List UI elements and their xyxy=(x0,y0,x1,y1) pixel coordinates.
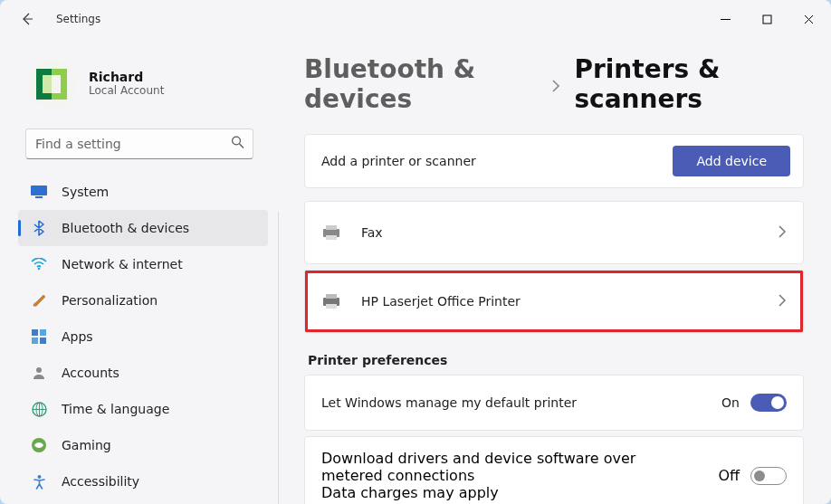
settings-window: Settings xyxy=(0,0,831,504)
svg-point-7 xyxy=(233,137,241,145)
printer-row-hp-laserjet[interactable]: HP Laserjet Office Printer xyxy=(304,270,804,333)
globe-clock-icon xyxy=(31,401,47,417)
chevron-right-icon xyxy=(778,293,787,310)
svg-rect-14 xyxy=(40,338,46,344)
svg-rect-0 xyxy=(763,15,771,24)
svg-rect-11 xyxy=(32,329,38,336)
chevron-right-icon xyxy=(550,77,561,96)
title-bar: Settings xyxy=(0,0,831,38)
svg-rect-24 xyxy=(326,294,337,299)
back-button[interactable] xyxy=(9,1,45,37)
search-input[interactable] xyxy=(25,128,253,159)
svg-rect-13 xyxy=(32,338,38,344)
toggle-metered-download[interactable] xyxy=(750,467,787,485)
minimize-button[interactable] xyxy=(704,5,746,33)
chevron-right-icon xyxy=(778,224,787,242)
svg-point-10 xyxy=(38,268,41,271)
svg-rect-22 xyxy=(326,235,337,240)
add-device-card: Add a printer or scanner Add device xyxy=(304,134,804,188)
person-icon xyxy=(31,365,47,381)
add-device-label: Add a printer or scanner xyxy=(321,154,476,168)
user-block[interactable]: Richard Local Account xyxy=(7,45,272,125)
search-icon xyxy=(231,136,244,153)
add-device-button[interactable]: Add device xyxy=(673,146,790,176)
page-title: Printers & scanners xyxy=(574,54,804,114)
printer-row-fax[interactable]: Fax xyxy=(304,201,804,264)
toggle-default-printer[interactable] xyxy=(750,394,787,412)
user-subtitle: Local Account xyxy=(89,84,164,99)
svg-rect-9 xyxy=(35,196,43,198)
sidebar-item-label: Network & internet xyxy=(62,257,183,271)
sidebar-item-accessibility[interactable]: Accessibility xyxy=(18,463,268,499)
avatar xyxy=(27,60,76,109)
sidebar-item-label: Bluetooth & devices xyxy=(62,221,189,235)
gaming-icon xyxy=(31,437,47,453)
breadcrumb: Bluetooth & devices Printers & scanners xyxy=(304,54,804,114)
main-panel: Bluetooth & devices Printers & scanners … xyxy=(279,38,831,504)
svg-point-15 xyxy=(36,367,42,373)
sidebar-item-gaming[interactable]: Gaming xyxy=(18,427,268,463)
svg-rect-8 xyxy=(31,185,47,195)
toggle-state-label: Off xyxy=(718,467,740,484)
pref-metered-download: Download drivers and device software ove… xyxy=(304,436,804,504)
sidebar-item-network[interactable]: Network & internet xyxy=(18,246,268,282)
close-button[interactable] xyxy=(788,5,829,33)
brush-icon xyxy=(31,292,47,309)
nav-list: System Bluetooth & devices Network & int… xyxy=(7,174,272,499)
pref-label: Let Windows manage my default printer xyxy=(321,395,577,410)
user-name: Richard xyxy=(89,70,164,84)
search-box[interactable] xyxy=(25,128,253,159)
svg-rect-6 xyxy=(43,75,52,93)
monitor-icon xyxy=(31,184,47,200)
sidebar-item-label: Accounts xyxy=(62,366,119,380)
sidebar-item-accounts[interactable]: Accounts xyxy=(18,355,268,391)
sidebar-item-apps[interactable]: Apps xyxy=(18,319,268,355)
sidebar-item-personalization[interactable]: Personalization xyxy=(18,282,268,319)
sidebar-item-label: Gaming xyxy=(62,438,111,452)
svg-point-19 xyxy=(37,475,41,479)
sidebar-item-label: Accessibility xyxy=(62,474,139,489)
sidebar-item-label: Apps xyxy=(62,329,93,344)
toggle-state-label: On xyxy=(721,395,740,410)
sidebar-item-system[interactable]: System xyxy=(18,174,268,210)
breadcrumb-parent[interactable]: Bluetooth & devices xyxy=(304,54,538,114)
accessibility-icon xyxy=(31,473,47,490)
svg-rect-25 xyxy=(326,304,337,309)
svg-rect-21 xyxy=(326,225,337,230)
sidebar-item-label: System xyxy=(62,185,109,199)
sidebar-item-bluetooth[interactable]: Bluetooth & devices xyxy=(18,210,268,246)
sidebar-item-label: Personalization xyxy=(62,293,158,308)
printer-name: HP Laserjet Office Printer xyxy=(361,294,521,309)
printer-icon xyxy=(321,293,341,309)
pref-sublabel: Data charges may apply xyxy=(321,484,647,501)
pref-default-printer: Let Windows manage my default printer On xyxy=(304,375,804,431)
wifi-icon xyxy=(31,256,47,272)
fax-icon xyxy=(321,224,341,241)
apps-icon xyxy=(31,328,47,345)
pref-label: Download drivers and device software ove… xyxy=(321,450,647,484)
sidebar-item-label: Time & language xyxy=(62,402,169,416)
bluetooth-icon xyxy=(31,220,47,236)
svg-rect-12 xyxy=(40,329,46,336)
section-header: Printer preferences xyxy=(308,353,804,367)
sidebar-divider xyxy=(278,212,279,504)
sidebar: Richard Local Account System Bluetooth &… xyxy=(0,38,279,504)
maximize-button[interactable] xyxy=(746,5,788,33)
printer-name: Fax xyxy=(361,225,383,240)
window-controls xyxy=(704,5,829,33)
sidebar-item-time[interactable]: Time & language xyxy=(18,391,268,427)
app-title: Settings xyxy=(56,13,100,25)
